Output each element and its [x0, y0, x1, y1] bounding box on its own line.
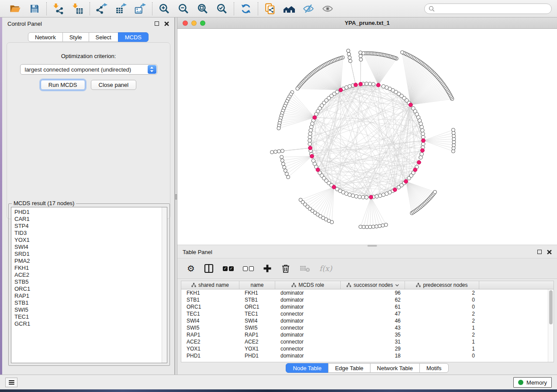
network-leaf-node[interactable] — [283, 165, 286, 169]
mcds-result-item[interactable]: STB5 — [14, 279, 167, 285]
minimize-window-icon[interactable] — [191, 21, 197, 26]
close-panel-icon[interactable] — [547, 250, 552, 254]
network-leaf-node[interactable] — [280, 149, 284, 153]
network-node[interactable] — [310, 125, 313, 129]
float-panel-icon[interactable] — [155, 21, 159, 26]
export-network-icon[interactable] — [96, 3, 108, 15]
network-node[interactable] — [421, 132, 425, 135]
network-node[interactable] — [361, 196, 365, 199]
trash-icon[interactable] — [281, 264, 291, 273]
mcds-list-scrollbar[interactable] — [162, 207, 167, 363]
mcds-result-item[interactable]: GCR1 — [14, 320, 167, 327]
network-hub-node[interactable] — [339, 88, 343, 92]
network-node[interactable] — [422, 142, 425, 146]
table-row[interactable]: SWI5SWI5connector431 — [181, 324, 554, 331]
network-leaf-node[interactable] — [401, 51, 404, 54]
network-node[interactable] — [422, 135, 425, 139]
network-node[interactable] — [308, 142, 311, 146]
add-icon[interactable] — [263, 264, 272, 273]
table-row[interactable]: YOX1YOX1connector291 — [181, 345, 554, 352]
network-leaf-node[interactable] — [384, 223, 388, 227]
tab-network[interactable]: Network — [28, 32, 63, 42]
network-canvas[interactable] — [177, 29, 557, 244]
column-header-successor-nodes[interactable]: successor nodes — [341, 281, 405, 289]
network-node[interactable] — [371, 83, 375, 86]
network-node[interactable] — [365, 196, 368, 199]
network-leaf-node[interactable] — [378, 224, 381, 228]
network-leaf-node[interactable] — [285, 172, 288, 175]
criterion-dropdown[interactable]: largest connected component (undirected) — [20, 64, 157, 75]
network-leaf-node[interactable] — [359, 51, 362, 54]
network-hub-node[interactable] — [404, 179, 408, 183]
mcds-result-item[interactable]: ORC1 — [14, 285, 167, 292]
network-leaf-node[interactable] — [452, 128, 455, 132]
network-hub-node[interactable] — [421, 148, 425, 152]
network-node[interactable] — [308, 135, 311, 139]
network-leaf-node[interactable] — [280, 159, 284, 162]
zoom-fit-icon[interactable] — [197, 3, 209, 15]
save-session-icon[interactable] — [28, 3, 41, 15]
zoom-out-icon[interactable] — [177, 3, 190, 15]
network-leaf-node[interactable] — [359, 58, 363, 61]
network-hub-node[interactable] — [409, 103, 413, 107]
tab-motifs[interactable]: Motifs — [419, 363, 449, 373]
tab-style[interactable]: Style — [62, 32, 89, 42]
mcds-result-item[interactable]: RAP1 — [14, 292, 167, 299]
deselect-all-checkbox-icon[interactable] — [243, 266, 254, 271]
mcds-result-item[interactable]: FKH1 — [14, 265, 167, 272]
network-node[interactable] — [420, 152, 423, 156]
network-node[interactable] — [358, 195, 361, 199]
tab-node-table[interactable]: Node Table — [286, 363, 329, 373]
network-leaf-node[interactable] — [349, 59, 352, 63]
mcds-result-item[interactable]: STP4 — [14, 223, 167, 230]
network-leaf-node[interactable] — [348, 56, 351, 59]
export-table-icon[interactable] — [115, 3, 127, 15]
clone-network-icon[interactable] — [264, 3, 276, 15]
import-table-icon[interactable] — [72, 3, 84, 15]
maximize-window-icon[interactable] — [200, 21, 205, 26]
task-history-button[interactable] — [5, 378, 17, 387]
network-hub-node[interactable] — [393, 188, 397, 192]
network-leaf-node[interactable] — [346, 49, 350, 52]
open-session-icon[interactable] — [9, 3, 21, 15]
run-mcds-button[interactable]: Run MCDS — [41, 80, 85, 90]
column-header-shared-name[interactable]: shared name — [181, 281, 239, 289]
mcds-result-item[interactable]: PHD1 — [14, 209, 167, 216]
mcds-result-item[interactable]: ACE2 — [14, 272, 167, 279]
refresh-icon[interactable] — [240, 3, 252, 15]
tab-network-table[interactable]: Network Table — [370, 363, 420, 373]
network-hub-node[interactable] — [310, 154, 314, 158]
mcds-result-item[interactable]: SRD1 — [14, 251, 167, 258]
network-leaf-node[interactable] — [277, 127, 280, 130]
network-leaf-node[interactable] — [365, 225, 369, 229]
mcds-result-item[interactable]: TEC1 — [14, 313, 167, 320]
network-leaf-node[interactable] — [280, 155, 284, 159]
network-leaf-node[interactable] — [274, 150, 277, 154]
tab-mcds[interactable]: MCDS — [118, 32, 149, 42]
tab-edge-table[interactable]: Edge Table — [328, 363, 370, 373]
panel-divider-horizontal[interactable] — [367, 245, 377, 247]
column-header-predecessor-nodes[interactable]: predecessor nodes — [405, 281, 479, 289]
network-leaf-node[interactable] — [375, 225, 378, 228]
columns-icon[interactable] — [204, 264, 214, 273]
network-hub-node[interactable] — [332, 185, 336, 189]
mcds-result-list[interactable]: PHD1CAR1STP4TID3YOX1SWI4SRD1PMA2FKH1ACE2… — [11, 207, 167, 363]
gear-icon[interactable]: ⚙ — [187, 264, 195, 273]
network-leaf-node[interactable] — [433, 190, 437, 194]
network-leaf-node[interactable] — [330, 220, 334, 224]
mcds-result-item[interactable]: TID3 — [14, 230, 167, 237]
network-hub-node[interactable] — [308, 146, 312, 150]
column-header-name[interactable]: name — [239, 281, 275, 289]
table-row[interactable]: ACE2ACE2connector311 — [181, 338, 554, 345]
mcds-result-item[interactable]: SWI4 — [14, 244, 167, 251]
table-row[interactable]: PHD1PHD1dominator180 — [181, 352, 554, 359]
close-panel-icon[interactable] — [164, 21, 169, 26]
table-row[interactable]: TEC1TEC1connector472 — [181, 310, 554, 317]
network-leaf-node[interactable] — [359, 54, 362, 58]
network-hub-node[interactable] — [316, 168, 320, 172]
zoom-selected-icon[interactable] — [216, 3, 228, 15]
network-view[interactable] — [177, 29, 557, 244]
search-input[interactable] — [437, 6, 547, 12]
tab-select[interactable]: Select — [89, 32, 118, 42]
network-hub-node[interactable] — [422, 139, 426, 143]
